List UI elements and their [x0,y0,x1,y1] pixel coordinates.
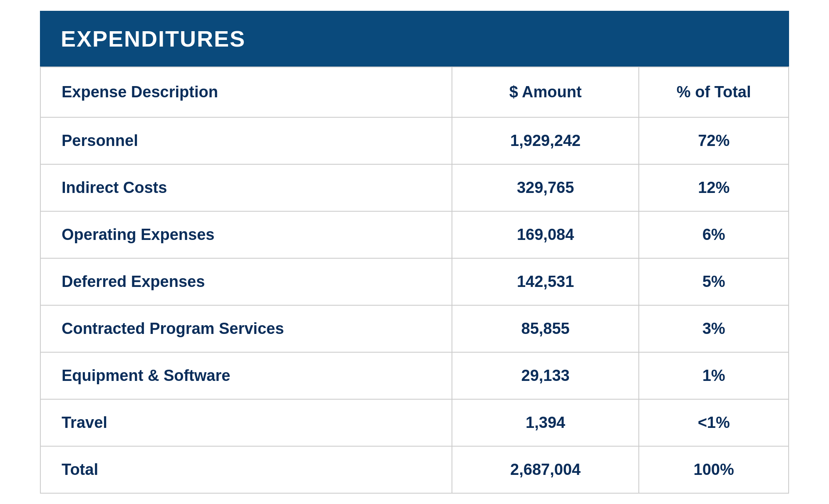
table-row: Personnel1,929,24272% [40,117,789,164]
table-row: Deferred Expenses142,5315% [40,258,789,305]
table-row: Indirect Costs329,76512% [40,164,789,211]
header: EXPENDITURES [40,11,789,67]
cell-amount: 1,394 [452,399,639,446]
table-row: Contracted Program Services85,8553% [40,305,789,352]
expenditures-table: Expense Description $ Amount % of Total … [40,67,789,494]
cell-description: Personnel [40,117,452,164]
cell-amount: 29,133 [452,352,639,399]
cell-description: Operating Expenses [40,211,452,258]
cell-amount: 85,855 [452,305,639,352]
cell-percent: 12% [639,164,789,211]
cell-amount: 1,929,242 [452,117,639,164]
col-header-description: Expense Description [40,67,452,117]
cell-description: Contracted Program Services [40,305,452,352]
cell-percent: <1% [639,399,789,446]
cell-percent: 72% [639,117,789,164]
cell-percent: 100% [639,446,789,493]
table-row: Operating Expenses169,0846% [40,211,789,258]
table-row: Travel1,394<1% [40,399,789,446]
cell-description: Deferred Expenses [40,258,452,305]
cell-description: Total [40,446,452,493]
cell-description: Equipment & Software [40,352,452,399]
cell-amount: 329,765 [452,164,639,211]
table-header-row: Expense Description $ Amount % of Total [40,67,789,117]
cell-amount: 142,531 [452,258,639,305]
cell-percent: 5% [639,258,789,305]
cell-percent: 6% [639,211,789,258]
cell-percent: 1% [639,352,789,399]
cell-amount: 169,084 [452,211,639,258]
table-row: Equipment & Software29,1331% [40,352,789,399]
cell-description: Indirect Costs [40,164,452,211]
cell-description: Travel [40,399,452,446]
col-header-percent: % of Total [639,67,789,117]
main-container: EXPENDITURES Expense Description $ Amoun… [40,11,789,494]
cell-amount: 2,687,004 [452,446,639,493]
col-header-amount: $ Amount [452,67,639,117]
cell-percent: 3% [639,305,789,352]
table-row: Total2,687,004100% [40,446,789,493]
page-title: EXPENDITURES [61,26,246,51]
